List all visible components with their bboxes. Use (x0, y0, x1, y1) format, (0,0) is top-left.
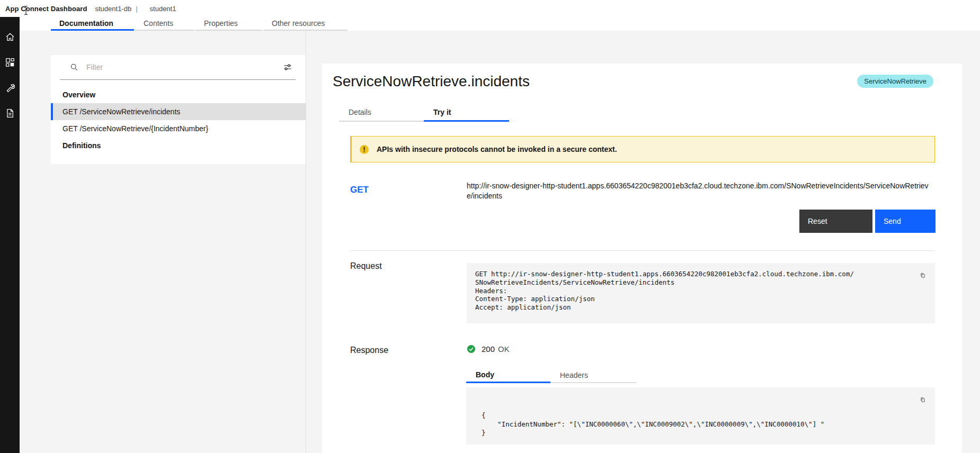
tools-icon[interactable] (0, 75, 20, 101)
copy-response-button[interactable] (917, 394, 929, 405)
request-code: GET http://ir-snow-designer-http-student… (467, 263, 935, 312)
instance-name[interactable]: student1-db (95, 5, 132, 13)
dashboard-icon[interactable] (0, 50, 20, 75)
doc-nav-panel: Overview GET /ServiceNowRetrieve/inciden… (51, 55, 306, 164)
api-detail-panel: ServiceNowRetrieve.incidents ServiceNowR… (322, 64, 962, 453)
top-header: App Connect Dashboard student1-db | stud… (0, 0, 980, 17)
tab-contents[interactable]: Contents (135, 17, 194, 31)
success-check-icon (467, 345, 476, 354)
tab-properties[interactable]: Properties (195, 17, 262, 31)
warning-icon (359, 144, 369, 155)
settings-adjust-icon[interactable] (280, 59, 296, 75)
search-icon (70, 63, 78, 71)
tab-response-body[interactable]: Body (466, 368, 550, 383)
nav-item-get-incidents[interactable]: GET /ServiceNowRetrieve/incidents (51, 103, 306, 120)
response-tab-bar: Body Headers (466, 368, 637, 383)
nav-item-get-incident-number[interactable]: GET /ServiceNowRetrieve/{IncidentNumber} (51, 120, 306, 137)
copy-request-button[interactable] (917, 269, 929, 281)
http-method-label: GET (350, 185, 369, 195)
header-separator: | (136, 5, 137, 13)
app-window: App Connect Dashboard student1-db | stud… (0, 0, 980, 453)
send-button[interactable]: Send (875, 210, 936, 233)
response-section-label: Response (350, 346, 388, 355)
section-divider (350, 250, 935, 251)
request-section-label: Request (350, 261, 382, 271)
endpoint-url: http://ir-snow-designer-http-student1.ap… (467, 181, 930, 201)
response-code-block: { "IncidentNumber": "[\"INC0000060\",\"I… (466, 387, 935, 445)
filter-input[interactable] (85, 62, 280, 72)
filter-row (60, 55, 296, 80)
response-body-code: { "IncidentNumber": "[\"INC0000060\",\"I… (466, 387, 935, 438)
home-icon[interactable] (0, 24, 20, 50)
status-code: 200 (482, 345, 495, 354)
warning-banner: APIs with insecure protocols cannot be i… (350, 136, 935, 162)
tab-response-headers[interactable]: Headers (550, 368, 637, 383)
app-title[interactable]: App Connect Dashboard (5, 5, 87, 13)
nav-item-overview[interactable]: Overview (51, 86, 306, 103)
warning-message: APIs with insecure protocols cannot be i… (377, 145, 617, 153)
try-it-content: APIs with insecure protocols cannot be i… (350, 64, 935, 453)
top-tab-bar: Documentation Contents Properties Other … (51, 17, 349, 31)
reset-button[interactable]: Reset (799, 210, 872, 233)
request-code-block: GET http://ir-snow-designer-http-student… (467, 263, 935, 323)
side-nav-rail (0, 17, 20, 453)
nav-item-definitions[interactable]: Definitions (51, 137, 306, 154)
tab-documentation[interactable]: Documentation (51, 17, 134, 31)
status-text: OK (498, 345, 510, 354)
tab-other-resources[interactable]: Other resources (263, 17, 348, 31)
document-icon[interactable] (0, 101, 20, 126)
text-cursor-icon (23, 5, 29, 17)
doc-nav-list: Overview GET /ServiceNowRetrieve/inciden… (51, 86, 306, 154)
response-status-row: 200 OK (467, 345, 510, 354)
column-divider (306, 31, 306, 453)
user-name[interactable]: student1 (150, 5, 176, 13)
